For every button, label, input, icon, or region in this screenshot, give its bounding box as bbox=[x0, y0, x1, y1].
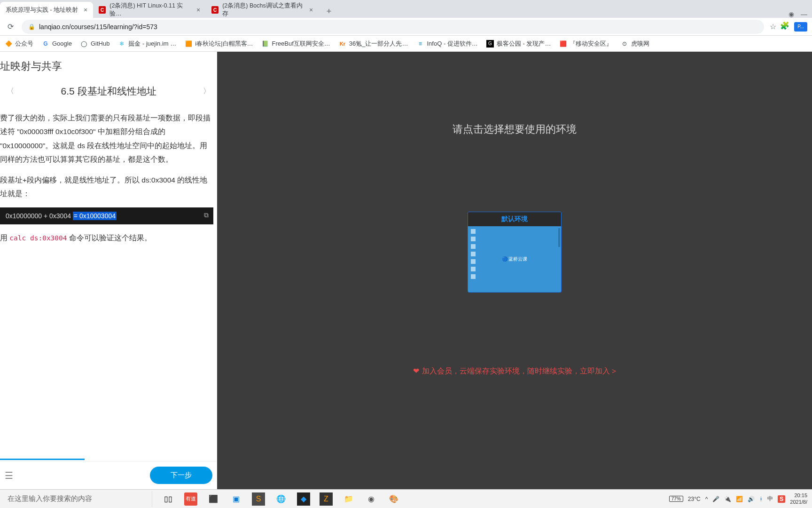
progress-indicator bbox=[0, 459, 85, 460]
tab-title: 系统原理与实践 - 地址映射 bbox=[6, 6, 78, 14]
close-icon[interactable]: × bbox=[82, 6, 89, 14]
profile-badge[interactable]: P... bbox=[794, 22, 807, 32]
windows-taskbar: 在这里输入你要搜索的内容 ▯▯ 有道 ⬛ ▣ S 🌐 ◆ Z 📁 ◉ 🎨 77%… bbox=[0, 489, 812, 508]
bookmark-item[interactable]: G极客公园 - 发现产… bbox=[486, 40, 551, 48]
tab-title: (2条消息) HIT Linux-0.11 实验… bbox=[109, 2, 191, 18]
temperature: 23°C bbox=[688, 496, 701, 502]
next-step-button[interactable]: 下一步 bbox=[150, 467, 212, 484]
bookmark-item[interactable]: ≡InfoQ - 促进软件… bbox=[416, 40, 477, 48]
bookmark-icon: Kr bbox=[339, 40, 346, 48]
favicon-icon: C bbox=[99, 6, 106, 14]
bookmark-icon: 🔶 bbox=[5, 40, 12, 48]
app-icon[interactable]: ◉ bbox=[365, 492, 378, 506]
bookmark-item[interactable]: 📗FreeBuf互联网安全… bbox=[262, 40, 330, 48]
explorer-icon[interactable]: 📁 bbox=[342, 492, 355, 506]
bookmark-icon: 🟧 bbox=[185, 40, 192, 48]
bookmark-item[interactable]: ❄掘金 - juejin.im … bbox=[118, 40, 176, 48]
star-icon[interactable]: ☆ bbox=[770, 22, 776, 31]
browser-tab-0[interactable]: 系统原理与实践 - 地址映射 × bbox=[0, 2, 93, 18]
app-icon[interactable]: 有道 bbox=[184, 492, 197, 506]
bookmark-item[interactable]: 🔶公众号 bbox=[5, 40, 33, 48]
section-title: 6.5 段基址和线性地址 bbox=[61, 85, 156, 98]
bookmark-icon: ⊙ bbox=[621, 40, 628, 48]
wifi-icon[interactable]: 📶 bbox=[736, 496, 743, 502]
tab-title: (2条消息) Bochs调试之查看内存 bbox=[222, 2, 304, 18]
new-tab-button[interactable]: + bbox=[322, 5, 336, 18]
code-block[interactable]: 0x10000000 + 0x3004 = 0x10003004 ⧉ bbox=[0, 207, 213, 224]
browser-tab-1[interactable]: C (2条消息) HIT Linux-0.11 实验… × bbox=[93, 2, 206, 18]
browser-tab-2[interactable]: C (2条消息) Bochs调试之查看内存 × bbox=[206, 2, 319, 18]
url-text: lanqiao.cn/courses/115/learning/?id=573 bbox=[39, 23, 157, 31]
extension-icon[interactable]: 🧩 bbox=[780, 21, 791, 32]
paragraph: 费了很大的劲，实际上我们需要的只有段基址一项数据，即段描述符 "0x00003f… bbox=[0, 111, 213, 167]
address-bar[interactable]: 🔒 lanqiao.cn/courses/115/learning/?id=57… bbox=[22, 20, 764, 34]
copy-icon[interactable]: ⧉ bbox=[204, 211, 209, 219]
bookmark-item[interactable]: ◯GitHub bbox=[80, 40, 109, 48]
bookmark-icon: ❄ bbox=[118, 40, 125, 48]
bookmark-item[interactable]: 🟥『移动安全区』 bbox=[559, 40, 612, 48]
close-icon[interactable]: × bbox=[307, 6, 315, 14]
reload-icon[interactable]: ⟳ bbox=[5, 21, 16, 32]
clock[interactable]: 20:15 2021/8/ bbox=[790, 492, 807, 505]
bookmark-item[interactable]: ⊙虎嗅网 bbox=[621, 40, 649, 48]
env-card-title: 默认环境 bbox=[468, 212, 561, 226]
app-icon[interactable]: 🎨 bbox=[387, 492, 400, 506]
tray-icon[interactable]: ^ bbox=[705, 496, 708, 502]
minimize-icon[interactable]: — bbox=[801, 10, 807, 18]
tray-icon[interactable]: 🔌 bbox=[724, 496, 731, 502]
join-banner[interactable]: ❤加入会员，云端保存实验环境，随时继续实验，立即加入 > bbox=[217, 366, 812, 376]
env-card[interactable]: 默认环境 🔵 蓝桥云课 bbox=[468, 212, 562, 293]
env-prompt: 请点击选择想要使用的环境 bbox=[217, 122, 812, 136]
menu-icon[interactable]: ☰ bbox=[5, 470, 13, 481]
env-preview: 🔵 蓝桥云课 bbox=[468, 226, 561, 292]
sogou-icon[interactable]: S bbox=[778, 495, 785, 503]
taskview-icon[interactable]: ▯▯ bbox=[162, 492, 175, 506]
bookmark-icon: 📗 bbox=[262, 40, 269, 48]
next-section-button[interactable]: 〉 bbox=[202, 87, 211, 96]
bookmark-item[interactable]: Kr36氪_让一部分人先… bbox=[339, 40, 408, 48]
ime-icon[interactable]: 中 bbox=[767, 495, 773, 503]
bookmark-item[interactable]: 🟧i春秋论坛|白帽黑客… bbox=[185, 40, 253, 48]
bluetooth-icon[interactable]: ᚼ bbox=[759, 496, 763, 502]
lock-icon: 🔒 bbox=[28, 24, 35, 30]
app-icon[interactable]: ▣ bbox=[229, 492, 242, 506]
windows-search-input[interactable]: 在这里输入你要搜索的内容 bbox=[2, 491, 152, 507]
account-icon[interactable]: ◉ bbox=[789, 10, 794, 18]
bookmark-icon: G bbox=[486, 40, 494, 48]
favicon-icon: C bbox=[211, 6, 219, 14]
battery-indicator[interactable]: 77% bbox=[669, 496, 683, 502]
bookmark-icon: ◯ bbox=[80, 40, 88, 48]
chrome-icon[interactable]: 🌐 bbox=[274, 492, 288, 506]
bookmark-icon: ≡ bbox=[416, 40, 424, 48]
bookmark-icon: 🟥 bbox=[559, 40, 567, 48]
bookmarks-bar: 🔶公众号 GGoogle ◯GitHub ❄掘金 - juejin.im … 🟧… bbox=[0, 36, 812, 52]
bookmark-item[interactable]: GGoogle bbox=[42, 40, 72, 48]
app-icon[interactable]: Z bbox=[320, 492, 333, 506]
paragraph: 用 calc ds:0x3004 命令可以验证这个结果。 bbox=[0, 231, 213, 245]
paragraph: 段基址+段内偏移，就是线性地址了。所以 ds:0x3004 的线性地址就是： bbox=[0, 173, 213, 201]
volume-icon[interactable]: 🔊 bbox=[748, 496, 755, 502]
heart-icon: ❤ bbox=[413, 367, 419, 375]
app-icon[interactable]: ◆ bbox=[297, 492, 310, 506]
page-title: 址映射与共享 bbox=[0, 52, 217, 78]
tray-icon[interactable]: 🎤 bbox=[712, 496, 719, 502]
prev-section-button[interactable]: 〈 bbox=[6, 87, 15, 96]
inline-code: calc ds:0x3004 bbox=[9, 234, 67, 242]
bookmark-icon: G bbox=[42, 40, 49, 48]
close-icon[interactable]: × bbox=[195, 6, 202, 14]
selected-text: = 0x10003004 bbox=[73, 212, 117, 220]
app-icon[interactable]: S bbox=[252, 492, 265, 506]
app-icon[interactable]: ⬛ bbox=[207, 492, 220, 506]
